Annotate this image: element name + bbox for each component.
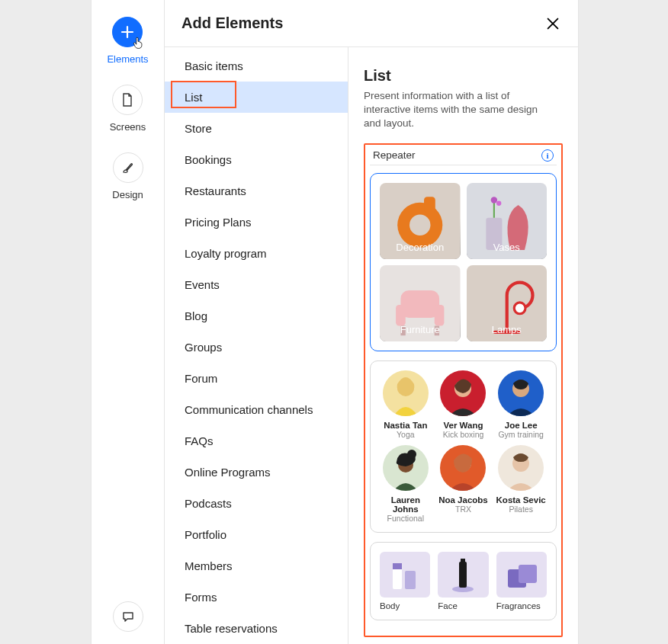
category-item[interactable]: Basic items	[165, 50, 348, 82]
category-item[interactable]: Table reservations	[165, 613, 348, 644]
highlight-box	[171, 81, 236, 108]
avatar	[440, 370, 486, 416]
category-item[interactable]: Podcasts	[165, 488, 348, 519]
person-card: Joe Lee Gym training	[495, 370, 547, 439]
rail-label: Screens	[110, 121, 146, 133]
plus-icon	[112, 17, 143, 47]
category-item[interactable]: Communication channels	[165, 394, 348, 425]
product-label: Face	[438, 601, 488, 610]
tile-lamps: Lamps	[467, 265, 548, 341]
rail-label: Design	[112, 189, 143, 200]
detail-title: List	[364, 67, 563, 85]
tile-decoration: Decoration	[380, 183, 461, 259]
rail-label: Elements	[107, 53, 148, 65]
svg-rect-10	[396, 305, 406, 325]
svg-rect-28	[461, 559, 465, 563]
repeater-preview-tiles[interactable]: Decoration Vases Furniture	[370, 173, 557, 351]
svg-rect-9	[400, 290, 439, 318]
rail-item-elements[interactable]: Elements	[107, 17, 148, 65]
avatar	[498, 445, 544, 491]
person-name: Lauren Johns	[380, 495, 432, 514]
person-role: Functional	[387, 514, 424, 523]
panel-body: Basic items List Store Bookings Restaura…	[165, 47, 578, 644]
category-item[interactable]: Loyalty program	[165, 238, 348, 269]
category-item[interactable]: FAQs	[165, 425, 348, 457]
repeater-preview-products[interactable]: Body Face	[370, 542, 557, 620]
info-icon[interactable]: i	[541, 149, 554, 162]
product-card: Body	[380, 552, 430, 610]
rail-chat[interactable]	[113, 601, 143, 632]
rail-item-design[interactable]: Design	[112, 152, 143, 200]
category-item[interactable]: Store	[165, 113, 348, 144]
category-item-list[interactable]: List	[165, 82, 348, 113]
detail-top-divider	[348, 47, 578, 52]
tile-vases: Vases	[467, 183, 548, 259]
svg-rect-25	[405, 571, 416, 589]
person-name: Kosta Sevic	[496, 495, 546, 505]
svg-rect-3	[424, 197, 435, 213]
product-card: Face	[438, 552, 488, 610]
category-item[interactable]: Groups	[165, 332, 348, 363]
panel-header: Add Elements	[165, 0, 578, 47]
category-item[interactable]: Portfolio	[165, 519, 348, 550]
preview-highlight-box: Repeater i Decoration Vases	[364, 143, 563, 637]
person-name: Nastia Tan	[384, 421, 427, 430]
avatar	[440, 445, 486, 491]
detail-description: Present information with a list of inter…	[364, 89, 554, 131]
person-card: Noa Jacobs TRX	[438, 445, 490, 523]
category-label: List	[185, 91, 202, 104]
tile-grid: Decoration Vases Furniture	[380, 183, 547, 341]
chat-icon	[113, 601, 143, 632]
svg-point-15	[514, 303, 525, 314]
category-item[interactable]: Online Programs	[165, 457, 348, 488]
page-icon	[112, 85, 143, 115]
avatar	[383, 445, 429, 491]
category-item[interactable]: Members	[165, 550, 348, 582]
product-label: Fragrances	[496, 601, 547, 610]
person-name: Joe Lee	[505, 421, 538, 430]
person-card: Ver Wang Kick boxing	[438, 370, 490, 439]
rail-item-screens[interactable]: Screens	[110, 85, 146, 133]
paintbrush-icon	[113, 152, 143, 183]
preview-section-header: Repeater i	[370, 148, 557, 165]
tile-label: Lamps	[492, 324, 522, 335]
product-card: Fragrances	[496, 552, 547, 610]
person-card: Nastia Tan Yoga	[380, 370, 432, 439]
tile-furniture: Furniture	[380, 265, 461, 341]
person-card: Kosta Sevic Pilates	[495, 445, 547, 523]
category-item[interactable]: Forms	[165, 582, 348, 613]
left-rail: Elements Screens Design	[92, 0, 165, 644]
category-item[interactable]: Blog	[165, 300, 348, 332]
category-item[interactable]: Pricing Plans	[165, 207, 348, 238]
person-name: Ver Wang	[444, 421, 483, 430]
person-role: TRX	[455, 505, 471, 514]
svg-point-7	[496, 200, 501, 205]
close-icon[interactable]	[544, 15, 561, 32]
product-image	[438, 552, 488, 598]
person-role: Kick boxing	[443, 430, 484, 439]
repeater-preview-people[interactable]: Nastia Tan Yoga Ver Wang Kick boxing	[370, 360, 557, 533]
product-image	[380, 552, 430, 598]
tile-label: Decoration	[396, 242, 444, 253]
category-item[interactable]: Events	[165, 269, 348, 300]
category-item[interactable]: Bookings	[165, 144, 348, 175]
tile-label: Furniture	[400, 324, 440, 335]
detail-pane: List Present information with a list of …	[348, 47, 578, 644]
section-label: Repeater	[373, 149, 416, 161]
category-list[interactable]: Basic items List Store Bookings Restaura…	[165, 47, 348, 644]
product-image	[496, 552, 547, 598]
product-grid: Body Face	[380, 552, 547, 610]
category-item[interactable]: Forum	[165, 363, 348, 394]
person-role: Gym training	[498, 430, 544, 439]
avatar	[383, 370, 429, 416]
panel: Add Elements Basic items List Store Book…	[165, 0, 578, 644]
add-elements-panel: Elements Screens Design Add Elements	[91, 0, 579, 644]
tile-label: Vases	[493, 242, 520, 253]
svg-point-2	[409, 214, 430, 235]
svg-rect-24	[393, 563, 402, 569]
svg-rect-27	[459, 562, 467, 588]
people-grid: Nastia Tan Yoga Ver Wang Kick boxing	[380, 370, 547, 523]
person-card: Lauren Johns Functional	[380, 445, 432, 523]
category-item[interactable]: Restaurants	[165, 175, 348, 207]
svg-rect-11	[435, 305, 445, 325]
